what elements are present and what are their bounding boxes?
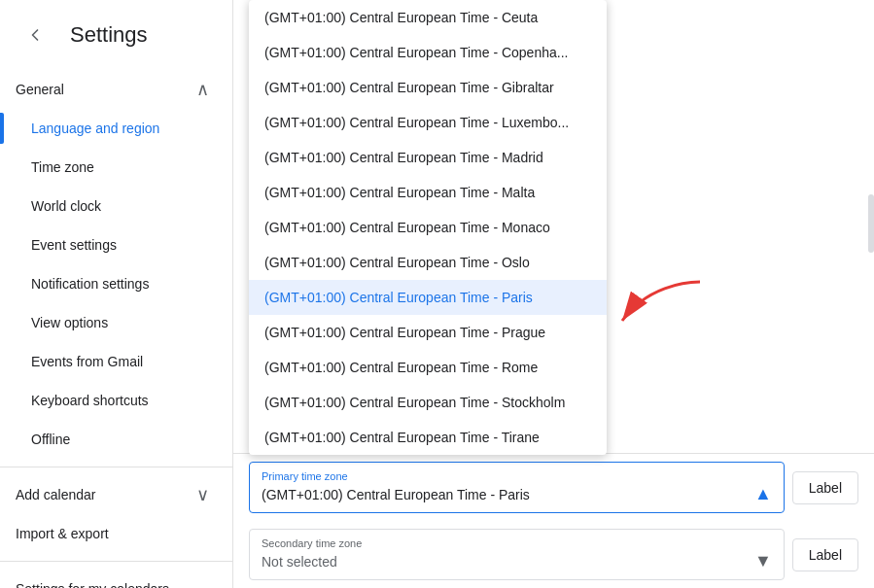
primary-tz-row: Primary time zone (GMT+01:00) Central Eu… — [233, 454, 874, 521]
back-button[interactable] — [16, 16, 54, 54]
main-content: (GMT+01:00) Central European Time - Ceut… — [233, 0, 874, 588]
add-calendar-label: Add calendar — [16, 487, 96, 502]
events-from-gmail-label: Events from Gmail — [31, 354, 143, 369]
general-label: General — [16, 82, 64, 97]
import-export-label: Import & export — [16, 526, 109, 541]
dropdown-item-3[interactable]: (GMT+01:00) Central European Time - Luxe… — [249, 105, 607, 140]
secondary-tz-label: Secondary time zone — [262, 537, 772, 549]
primary-tz-text: (GMT+01:00) Central European Time - Pari… — [262, 487, 530, 502]
language-and-region-label: Language and region — [31, 121, 159, 136]
sidebar-item-world-clock[interactable]: World clock — [0, 187, 225, 225]
dropdown-item-10[interactable]: (GMT+01:00) Central European Time - Rome — [249, 350, 607, 385]
primary-tz-arrow-icon: ▲ — [754, 484, 772, 504]
keyboard-shortcuts-label: Keyboard shortcuts — [31, 393, 149, 408]
offline-label: Offline — [31, 432, 70, 447]
secondary-tz-arrow-icon: ▼ — [754, 551, 772, 571]
settings-for-calendars-label: Settings for my calendars — [16, 581, 169, 588]
general-caret-icon: ∧ — [196, 79, 209, 100]
dropdown-item-0[interactable]: (GMT+01:00) Central European Time - Ceut… — [249, 0, 607, 35]
secondary-tz-text: Not selected — [262, 554, 337, 570]
sidebar-item-keyboard-shortcuts[interactable]: Keyboard shortcuts — [0, 381, 225, 420]
add-calendar-caret-icon: ∨ — [196, 484, 209, 505]
event-settings-label: Event settings — [31, 237, 117, 253]
sidebar-item-add-calendar[interactable]: Add calendar ∨ — [0, 475, 225, 514]
dropdown-item-12[interactable]: (GMT+01:00) Central European Time - Tira… — [249, 420, 607, 455]
sidebar-item-events-from-gmail[interactable]: Events from Gmail — [0, 342, 225, 381]
sidebar-item-settings-for-calendars[interactable]: Settings for my calendars — [0, 570, 225, 588]
sidebar-item-time-zone[interactable]: Time zone — [0, 148, 225, 187]
sidebar-item-event-settings[interactable]: Event settings — [0, 225, 225, 264]
dropdown-item-8[interactable]: (GMT+01:00) Central European Time - Pari… — [249, 280, 607, 315]
dropdown-item-6[interactable]: (GMT+01:00) Central European Time - Mona… — [249, 210, 607, 245]
sidebar-header: Settings — [0, 8, 232, 70]
scrollbar[interactable] — [868, 194, 874, 253]
sidebar-item-general[interactable]: General ∧ — [0, 70, 225, 109]
view-options-label: View options — [31, 315, 108, 330]
sidebar-item-notification-settings[interactable]: Notification settings — [0, 264, 225, 303]
primary-tz-select[interactable]: Primary time zone (GMT+01:00) Central Eu… — [249, 462, 785, 513]
dropdown-item-2[interactable]: (GMT+01:00) Central European Time - Gibr… — [249, 70, 607, 105]
sidebar-item-import-export[interactable]: Import & export — [0, 514, 225, 553]
sidebar-item-view-options[interactable]: View options — [0, 303, 225, 342]
dropdown-item-11[interactable]: (GMT+01:00) Central European Time - Stoc… — [249, 385, 607, 420]
secondary-tz-value: Not selected ▼ — [262, 551, 772, 571]
primary-tz-label: Primary time zone — [262, 470, 772, 482]
sidebar-divider-1 — [0, 467, 232, 467]
dropdown-item-9[interactable]: (GMT+01:00) Central European Time - Prag… — [249, 315, 607, 350]
dropdown-item-5[interactable]: (GMT+01:00) Central European Time - Malt… — [249, 175, 607, 210]
dropdown-item-1[interactable]: (GMT+01:00) Central European Time - Cope… — [249, 35, 607, 70]
secondary-label-button[interactable]: Label — [792, 538, 858, 571]
primary-label-button[interactable]: Label — [792, 471, 858, 504]
dropdown-item-7[interactable]: (GMT+01:00) Central European Time - Oslo — [249, 245, 607, 280]
primary-tz-value: (GMT+01:00) Central European Time - Pari… — [262, 484, 772, 504]
sidebar: Settings General ∧ Language and region T… — [0, 0, 233, 588]
red-arrow-annotation — [617, 277, 705, 335]
secondary-tz-select[interactable]: Secondary time zone Not selected ▼ — [249, 529, 785, 580]
sidebar-item-offline[interactable]: Offline — [0, 420, 225, 459]
world-clock-label: World clock — [31, 198, 101, 214]
settings-title: Settings — [70, 22, 148, 48]
dropdown-item-4[interactable]: (GMT+01:00) Central European Time - Madr… — [249, 140, 607, 175]
bottom-timezone-section: Primary time zone (GMT+01:00) Central Eu… — [233, 453, 874, 588]
time-zone-label: Time zone — [31, 159, 94, 175]
secondary-tz-row: Secondary time zone Not selected ▼ Label — [233, 521, 874, 588]
sidebar-divider-2 — [0, 561, 232, 562]
notification-settings-label: Notification settings — [31, 276, 149, 292]
timezone-dropdown[interactable]: (GMT+01:00) Central European Time - Ceut… — [249, 0, 607, 455]
sidebar-item-language-and-region[interactable]: Language and region — [0, 109, 225, 148]
